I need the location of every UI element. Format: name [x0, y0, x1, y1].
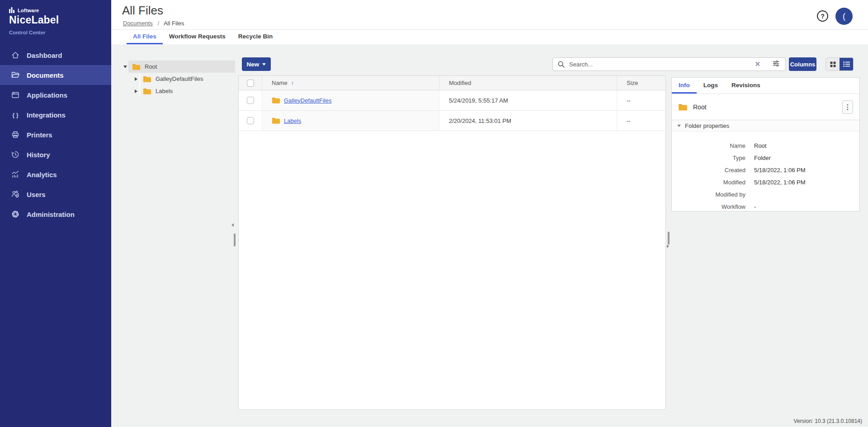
sidebar-item-label: Printers	[27, 131, 52, 139]
sidebar-item-integrations[interactable]: { } Integrations	[0, 105, 111, 125]
users-gear-icon	[11, 190, 20, 199]
expander-expanded-icon[interactable]	[122, 66, 128, 68]
help-icon[interactable]: ?	[817, 10, 828, 22]
modified-cell: 2/20/2024, 11:53:01 PM	[439, 111, 617, 131]
collapse-info-icon[interactable]	[667, 244, 669, 248]
property-row: Modified by	[672, 191, 859, 198]
page-title: All Files	[122, 4, 163, 18]
expander-collapsed-icon[interactable]	[133, 89, 139, 93]
columns-button[interactable]: Columns	[789, 57, 816, 71]
tab-workflow-requests[interactable]: Workflow Requests	[163, 30, 232, 44]
tree-splitter-handle[interactable]	[234, 234, 236, 246]
sidebar-item-administration[interactable]: Administration	[0, 204, 111, 224]
sidebar-item-analytics[interactable]: Analytics	[0, 164, 111, 184]
sidebar-item-users[interactable]: Users	[0, 184, 111, 204]
folder-properties-header[interactable]: Folder properties	[672, 120, 859, 131]
tab-logs[interactable]: Logs	[697, 78, 725, 94]
folder-icon	[272, 117, 280, 124]
tree-item-labels[interactable]: Labels	[122, 85, 235, 97]
view-toggle	[826, 57, 854, 71]
property-value: 5/18/2022, 1:06 PM	[754, 167, 805, 174]
sidebar-item-applications[interactable]: Applications	[0, 85, 111, 105]
folder-tree: Root GalleyDefaultFiles Labels	[122, 61, 235, 97]
suite-name: Control Center	[9, 30, 111, 35]
new-button-label: New	[247, 61, 259, 68]
modified-cell: 5/24/2019, 5:55:17 AM	[439, 90, 617, 110]
column-header-size[interactable]: Size	[617, 76, 665, 90]
table-row[interactable]: GalleyDefaultFiles 5/24/2019, 5:55:17 AM…	[239, 90, 665, 111]
expander-collapsed-icon[interactable]	[133, 77, 139, 81]
list-view-icon[interactable]	[840, 58, 853, 70]
table-row[interactable]: Labels 2/20/2024, 11:53:01 PM --	[239, 111, 665, 131]
section-title: Folder properties	[685, 122, 729, 129]
row-checkbox[interactable]	[247, 117, 254, 124]
tree-item-galleydefaultfiles[interactable]: GalleyDefaultFiles	[122, 73, 235, 85]
folder-link[interactable]: GalleyDefaultFiles	[284, 97, 332, 104]
sidebar-item-label: Analytics	[27, 171, 57, 178]
history-icon	[11, 150, 20, 159]
sidebar-nav: Dashboard Documents Applications { } Int…	[0, 45, 111, 224]
sidebar-item-history[interactable]: History	[0, 145, 111, 164]
select-all-checkbox[interactable]	[247, 80, 254, 87]
page-header: All Files Documents / All Files ? ( All …	[111, 0, 868, 44]
tab-all-files[interactable]: All Files	[127, 30, 163, 44]
property-label: Modified	[672, 179, 745, 186]
breadcrumb: Documents / All Files	[123, 20, 184, 27]
main-tabs: All Files Workflow Requests Recycle Bin	[111, 29, 868, 44]
info-splitter-handle[interactable]	[668, 232, 670, 244]
folder-link[interactable]: Labels	[284, 117, 301, 124]
search-input[interactable]	[569, 61, 755, 68]
column-header-name[interactable]: Name ↑	[262, 76, 439, 90]
sidebar-item-documents[interactable]: Documents	[0, 65, 111, 85]
folder-icon	[678, 103, 688, 111]
table-header-row: Name ↑ Modified Size	[239, 76, 665, 90]
tab-recycle-bin[interactable]: Recycle Bin	[232, 30, 279, 44]
new-button[interactable]: New	[242, 57, 271, 71]
select-all-checkbox-cell	[239, 76, 262, 90]
sidebar-item-label: Users	[27, 191, 46, 198]
version-label: Version: 10.3 (21.3.0.10814)	[794, 418, 862, 424]
avatar[interactable]: (	[835, 8, 853, 25]
tree-item-label: Root	[145, 63, 157, 70]
info-panel: Info Logs Revisions Root ⋮ Folder proper…	[671, 77, 860, 211]
braces-icon: { }	[11, 110, 20, 119]
tree-item-root[interactable]: Root	[122, 61, 235, 73]
folder-icon	[132, 63, 141, 70]
info-panel-tabs: Info Logs Revisions	[672, 78, 859, 94]
breadcrumb-link-documents[interactable]: Documents	[123, 20, 153, 27]
folder-icon	[272, 97, 280, 104]
tree-item-label: Labels	[156, 88, 173, 94]
kebab-menu-icon[interactable]: ⋮	[842, 100, 853, 114]
breadcrumb-current: All Files	[164, 20, 184, 27]
content-area: Root GalleyDefaultFiles Labels New	[111, 44, 868, 427]
sidebar-item-label: Dashboard	[27, 52, 62, 59]
brand-logo: Loftware NiceLabel Control Center	[0, 0, 111, 35]
filter-options-icon[interactable]	[772, 60, 780, 69]
sidebar-item-printers[interactable]: Printers	[0, 125, 111, 145]
property-value: Folder	[754, 155, 771, 161]
folder-properties: Name Root Type Folder Created 5/18/2022,…	[672, 131, 859, 210]
sidebar-item-label: Applications	[27, 91, 67, 99]
tab-info[interactable]: Info	[672, 78, 697, 94]
property-row: Workflow -	[672, 203, 859, 210]
row-checkbox[interactable]	[247, 97, 254, 104]
tab-revisions[interactable]: Revisions	[725, 78, 767, 94]
folder-icon	[143, 88, 151, 95]
loftware-mark-icon	[9, 7, 15, 13]
sidebar-item-label: Documents	[27, 71, 64, 79]
property-label: Workflow	[672, 203, 745, 210]
search-box: ✕	[552, 57, 786, 71]
selected-item-name: Root	[693, 103, 842, 111]
collapse-tree-icon[interactable]	[231, 223, 234, 227]
window-icon	[11, 90, 20, 99]
grid-view-icon[interactable]	[826, 58, 840, 70]
property-value: Root	[754, 142, 766, 149]
clear-search-icon[interactable]: ✕	[755, 60, 760, 68]
sidebar-item-dashboard[interactable]: Dashboard	[0, 45, 111, 65]
folder-icon	[143, 75, 151, 83]
column-header-modified[interactable]: Modified	[439, 76, 617, 90]
size-cell: --	[617, 90, 665, 110]
property-label: Modified by	[672, 191, 745, 198]
column-header-label: Name	[272, 80, 288, 86]
sidebar-item-label: Integrations	[27, 111, 66, 119]
